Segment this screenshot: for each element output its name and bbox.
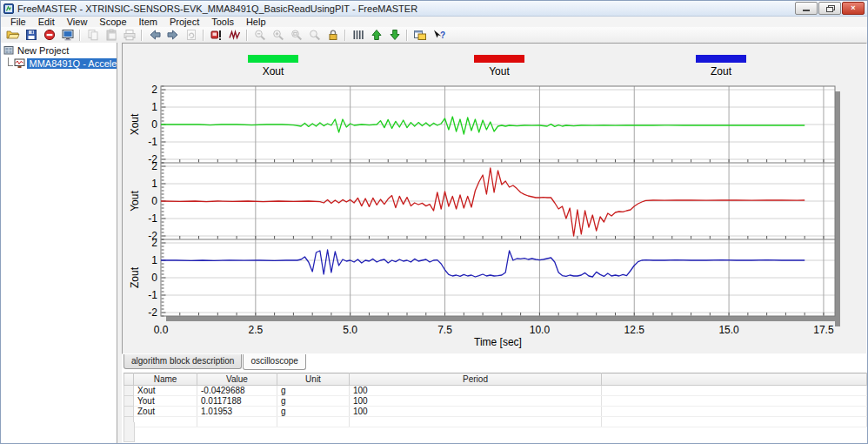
recorder-button[interactable] (225, 27, 244, 43)
tree-item-mma8491q[interactable]: MMA8491Q - Acceleration da (1, 57, 117, 69)
menu-tools[interactable]: Tools (205, 17, 240, 27)
zoom-reset-button (305, 27, 324, 43)
legend-item-zout: Zout (682, 55, 760, 77)
zoom-in-button (269, 27, 287, 43)
back-button[interactable] (145, 27, 164, 43)
close-button[interactable]: × (842, 2, 865, 15)
copy-icon (86, 29, 100, 41)
toolbar-separator (203, 30, 204, 41)
svg-text:0: 0 (151, 195, 157, 207)
cell-value: -0.0429688 (197, 386, 277, 396)
save-button[interactable] (22, 27, 40, 43)
zoom-reset-icon (308, 29, 322, 41)
cell-filler (602, 407, 867, 417)
watch-row-yout[interactable]: Yout0.0117188g100 (124, 396, 867, 407)
watch-gutter-stub (124, 422, 135, 442)
move-down-button[interactable] (385, 27, 404, 43)
tree-item-new-project[interactable]: New Project (1, 44, 117, 56)
watch-header-period[interactable]: Period (350, 373, 602, 386)
menu-help[interactable]: Help (240, 17, 272, 27)
open-button[interactable] (3, 27, 22, 43)
freemaster-window: FreeMASTER - XTRINSIC-SENSORS-EVK_MMA849… (0, 0, 868, 444)
toolbar-separator (246, 30, 248, 41)
menu-edit[interactable]: Edit (32, 17, 61, 27)
watch-header-name[interactable]: Name (134, 373, 197, 386)
bottom-tabs: algorithm block description oscilloscope (124, 354, 307, 370)
svg-text:-1: -1 (148, 136, 157, 148)
connect-icon (210, 29, 224, 41)
oscilloscope-pane: 210-1-2Xout210-1-2Yout210-1-2Zout0.02.55… (122, 43, 867, 354)
toolbar-separator (79, 30, 81, 41)
svg-text:2: 2 (151, 237, 157, 249)
svg-text:0: 0 (151, 118, 157, 131)
toolbar-separator (344, 30, 346, 41)
watch-header-row: Name Value Unit Period (124, 373, 867, 386)
svg-text:Time [sec]: Time [sec] (474, 336, 522, 348)
cell-value: 1.01953 (197, 407, 277, 417)
project-icon (3, 45, 15, 56)
variable-watch-table: Name Value Unit Period Xout-0.0429688g10… (124, 373, 867, 427)
yout-legend-swatch (474, 55, 524, 63)
menu-view[interactable]: View (61, 17, 94, 27)
svg-text:Xout: Xout (129, 113, 141, 135)
minimize-button[interactable] (795, 2, 818, 15)
options-icon (413, 29, 427, 41)
options-button[interactable] (411, 27, 429, 43)
project-button[interactable] (58, 27, 77, 43)
minimize-icon (803, 10, 810, 11)
open-icon (6, 29, 20, 41)
grid-icon (351, 29, 365, 41)
move-up-icon (370, 29, 384, 41)
svg-text:2: 2 (151, 84, 157, 96)
project-icon (61, 29, 75, 41)
watch-gutter-header (124, 373, 134, 386)
move-up-button[interactable] (367, 27, 385, 43)
back-icon (148, 29, 162, 41)
watch-row-zout[interactable]: Zout1.01953g100 (124, 407, 867, 417)
svg-text:12.5: 12.5 (624, 324, 645, 336)
svg-text:10.0: 10.0 (530, 324, 551, 336)
tab-oscilloscope[interactable]: oscilloscope (243, 354, 305, 370)
yout-legend-label: Yout (489, 65, 510, 77)
title-bar: FreeMASTER - XTRINSIC-SENSORS-EVK_MMA849… (1, 1, 867, 17)
cell-value (197, 417, 277, 427)
zoom-in-icon (271, 29, 285, 41)
menu-scope[interactable]: Scope (93, 17, 132, 27)
menu-item[interactable]: Item (133, 17, 164, 27)
menu-project[interactable]: Project (164, 17, 205, 27)
cell-filler (602, 386, 867, 396)
svg-text:1: 1 (151, 254, 157, 266)
oscilloscope-plot[interactable]: 210-1-2Xout210-1-2Yout210-1-2Zout0.02.55… (123, 44, 866, 353)
cell-filler (602, 396, 867, 407)
project-tree: New Project MMA8491Q - Acceleration da (1, 43, 117, 443)
help-button[interactable]: ? (429, 27, 447, 43)
forward-button[interactable] (164, 27, 182, 43)
lock-button[interactable] (324, 27, 342, 43)
reload-icon (184, 29, 198, 41)
connect-button[interactable] (207, 27, 225, 43)
watch-header-value[interactable]: Value (197, 373, 277, 386)
recorder-icon (228, 29, 242, 41)
menu-file[interactable]: File (4, 17, 32, 27)
print-icon (123, 29, 137, 41)
reload-button (182, 27, 200, 43)
cell-value: 0.0117188 (197, 396, 277, 407)
svg-text:1: 1 (151, 101, 157, 113)
tab-algorithm-block-description[interactable]: algorithm block description (124, 354, 242, 369)
window-title: FreeMASTER - XTRINSIC-SENSORS-EVK_MMA849… (17, 3, 417, 14)
watch-row-xout[interactable]: Xout-0.0429688g100 (124, 386, 867, 396)
row-gutter (124, 407, 134, 417)
stop-button[interactable] (40, 27, 58, 43)
tree-child-label: MMA8491Q - Acceleration da (27, 58, 117, 69)
print-button (120, 27, 138, 43)
forward-icon (166, 29, 180, 41)
restore-button[interactable] (818, 2, 841, 15)
cell-period (350, 417, 602, 427)
grid-button[interactable] (349, 27, 367, 43)
cell-period: 100 (350, 386, 602, 396)
paste-button (102, 27, 120, 43)
svg-text:15.0: 15.0 (718, 324, 739, 336)
cell-name: Zout (134, 407, 197, 417)
watch-header-unit[interactable]: Unit (277, 373, 350, 386)
watch-row-empty[interactable] (124, 417, 867, 427)
